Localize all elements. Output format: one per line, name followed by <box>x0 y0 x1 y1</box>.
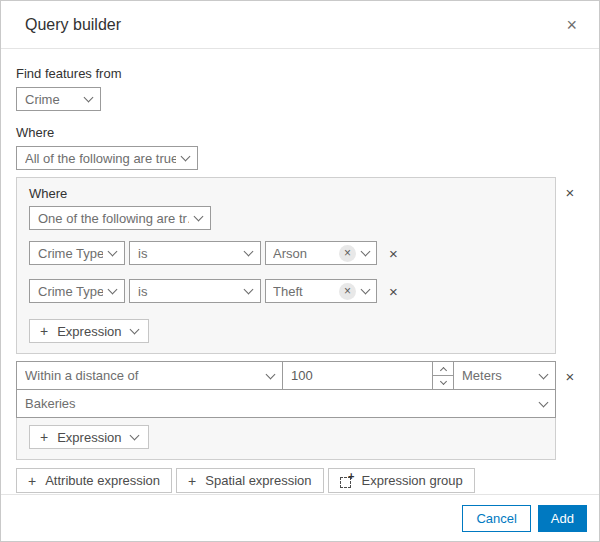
field-select-value: Crime Type <box>38 284 103 299</box>
dialog-header: Query builder × <box>1 1 599 49</box>
close-icon: × <box>566 184 575 201</box>
operator-select-value: is <box>138 284 239 299</box>
add-attribute-expression-button[interactable]: + Attribute expression <box>16 468 172 493</box>
add-expression-label: Expression <box>57 324 121 339</box>
chevron-down-icon <box>181 152 191 162</box>
clear-value-button[interactable]: × <box>339 283 356 300</box>
attribute-expression-label: Attribute expression <box>45 473 160 488</box>
field-select[interactable]: Crime Type <box>29 241 125 265</box>
chevron-down-icon <box>439 377 446 384</box>
add-spatial-expression-button[interactable]: + Spatial expression <box>176 468 323 493</box>
group-operator-select[interactable]: One of the following are tr… <box>29 206 211 230</box>
expression-group-row: Within a distance of Meters <box>16 361 584 460</box>
distance-input[interactable] <box>283 362 432 389</box>
close-icon: × <box>389 245 398 262</box>
chevron-down-icon <box>129 325 139 335</box>
add-expression-button[interactable]: + Expression <box>29 319 149 343</box>
plus-icon: + <box>188 473 196 489</box>
distance-field <box>282 361 454 390</box>
clear-icon: × <box>344 284 351 298</box>
dialog-body: Find features from Crime Where All of th… <box>1 49 599 493</box>
close-icon: × <box>389 283 398 300</box>
chevron-down-icon <box>194 212 204 222</box>
close-icon: × <box>566 368 575 385</box>
expression-actions: + Attribute expression + Spatial express… <box>16 468 584 493</box>
chevron-down-icon <box>539 397 549 407</box>
chevron-down-icon <box>361 247 371 257</box>
chevron-down-icon <box>244 285 254 295</box>
value-label: Arson <box>273 246 339 261</box>
stepper-down-button[interactable] <box>433 376 453 389</box>
chevron-down-icon <box>266 369 276 379</box>
chevron-up-icon <box>439 366 446 373</box>
chevron-down-icon <box>361 285 371 295</box>
unit-select[interactable]: Meters <box>453 361 556 390</box>
expression-row: Crime Type is Arson × × <box>29 241 543 265</box>
target-layer-select[interactable]: Bakeries <box>16 389 556 418</box>
close-button[interactable]: × <box>562 14 581 36</box>
spatial-relationship-value: Within a distance of <box>25 368 261 383</box>
plus-icon: + <box>28 473 36 489</box>
match-operator-select[interactable]: All of the following are true <box>16 146 198 170</box>
add-button[interactable]: Add <box>538 505 587 532</box>
chevron-down-icon <box>84 93 94 103</box>
remove-expression-button[interactable]: × <box>387 282 400 301</box>
remove-expression-button[interactable]: × <box>387 244 400 263</box>
remove-group-button[interactable]: × <box>564 183 577 202</box>
value-label: Theft <box>273 284 339 299</box>
expression-row: Crime Type is Theft × × <box>29 279 543 303</box>
operator-select-value: is <box>138 246 239 261</box>
value-combobox[interactable]: Theft × <box>265 279 377 303</box>
dialog-footer: Cancel Add <box>1 494 599 541</box>
expression-group-icon: + <box>340 474 354 488</box>
chevron-down-icon <box>108 247 118 257</box>
remove-group-button[interactable]: × <box>564 367 577 386</box>
cancel-button[interactable]: Cancel <box>462 505 530 532</box>
add-expression-label: Expression <box>57 430 121 445</box>
number-stepper <box>432 362 453 389</box>
chevron-down-icon <box>129 431 139 441</box>
clear-icon: × <box>344 246 351 260</box>
spatial-expression-label: Spatial expression <box>205 473 311 488</box>
operator-select[interactable]: is <box>129 241 261 265</box>
match-operator-value: All of the following are true <box>25 151 176 166</box>
page-title: Query builder <box>25 16 121 34</box>
close-icon: × <box>566 15 577 35</box>
chevron-down-icon <box>244 247 254 257</box>
spatial-expression-group: Within a distance of Meters <box>16 361 556 460</box>
find-features-label: Find features from <box>16 66 584 81</box>
layer-select-value: Crime <box>25 92 79 107</box>
add-expression-button[interactable]: + Expression <box>29 425 149 449</box>
field-select-value: Crime Type <box>38 246 103 261</box>
chevron-down-icon <box>108 285 118 295</box>
add-expression-group-button[interactable]: + Expression group <box>328 468 475 493</box>
value-combobox[interactable]: Arson × <box>265 241 377 265</box>
stepper-up-button[interactable] <box>433 362 453 376</box>
plus-icon: + <box>40 323 48 339</box>
query-builder-dialog: Query builder × Find features from Crime… <box>0 0 600 542</box>
attribute-expression-group: Where One of the following are tr… Crime… <box>16 177 556 354</box>
expression-group-row: Where One of the following are tr… Crime… <box>16 177 584 354</box>
unit-select-value: Meters <box>462 368 534 383</box>
clear-value-button[interactable]: × <box>339 245 356 262</box>
expression-group-label: Expression group <box>362 473 463 488</box>
operator-select[interactable]: is <box>129 279 261 303</box>
plus-icon: + <box>40 429 48 445</box>
target-layer-value: Bakeries <box>25 396 534 411</box>
group-where-label: Where <box>29 186 543 201</box>
where-label: Where <box>16 125 584 140</box>
chevron-down-icon <box>539 369 549 379</box>
group-operator-value: One of the following are tr… <box>38 211 189 226</box>
field-select[interactable]: Crime Type <box>29 279 125 303</box>
spatial-relationship-select[interactable]: Within a distance of <box>16 361 283 390</box>
layer-select[interactable]: Crime <box>16 87 101 111</box>
